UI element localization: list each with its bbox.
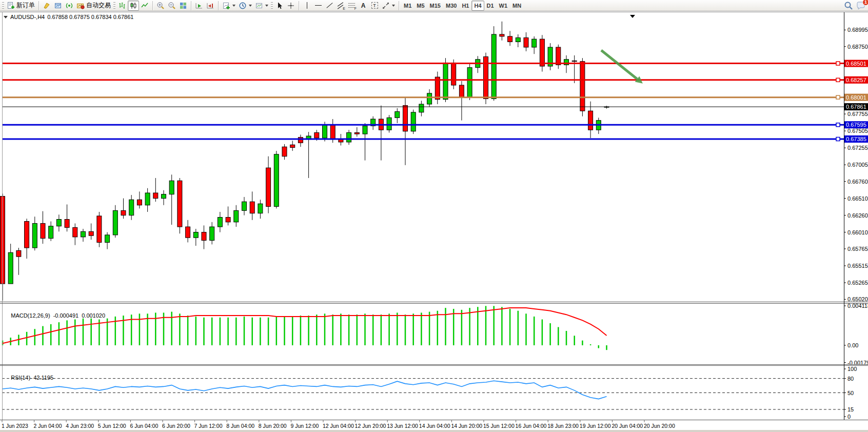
date-axis-label: 13 Jun 12:00 [387, 423, 418, 429]
bear-candle [25, 221, 29, 248]
line-handle[interactable] [836, 95, 840, 99]
trendline-icon [326, 3, 332, 8]
timeframe-h1-button[interactable]: H1 [459, 1, 471, 11]
window-bottom-edge [0, 430, 868, 432]
line-chart-button[interactable] [139, 1, 150, 11]
macd-histogram-bar [308, 316, 309, 345]
zoom-out-button[interactable] [166, 1, 177, 11]
chat-button[interactable]: 1 [855, 1, 867, 11]
search-button[interactable] [842, 1, 855, 11]
timeframe-w1-button[interactable]: W1 [497, 1, 510, 11]
zoom-in-button[interactable] [155, 1, 166, 11]
date-axis-label: 6 Jun 04:00 [130, 423, 158, 429]
cursor-button[interactable] [274, 1, 285, 11]
chevron-down-icon [265, 5, 268, 7]
arrows-button[interactable] [380, 1, 397, 11]
styler-icon [43, 2, 51, 10]
date-axis-label: 14 Jun 20:00 [451, 423, 482, 429]
new-order-button[interactable]: 新订单 [5, 1, 36, 11]
line-handle[interactable] [836, 138, 840, 141]
timeframe-d1-button[interactable]: D1 [484, 1, 497, 11]
profiles-icon [54, 2, 62, 10]
date-axis-label: 7 Jun 12:00 [194, 423, 223, 429]
bear-candle [153, 193, 158, 199]
bull-candle [56, 220, 61, 226]
cursor-icon [275, 2, 284, 10]
timeframe-label: D1 [487, 3, 494, 9]
timeframe-h4-button[interactable]: H4 [471, 1, 484, 11]
vertical-line-button[interactable] [301, 1, 312, 11]
vertical-line-icon [307, 2, 307, 9]
fibonacci-button[interactable]: F [346, 1, 358, 11]
timeframe-mn-button[interactable]: MN [510, 1, 524, 11]
line-handle[interactable] [836, 62, 840, 65]
styler-button[interactable] [41, 1, 52, 11]
text-button[interactable]: A [358, 1, 369, 11]
signals-button[interactable] [64, 1, 75, 11]
toolbar-grip[interactable] [271, 2, 273, 10]
macd-histogram-bar [324, 313, 326, 345]
timeframe-m15-button[interactable]: M15 [427, 1, 443, 11]
chart-title[interactable]: AUDUSD-,H4 0.67858 0.67875 0.67834 0.678… [4, 14, 133, 20]
candlestick-icon [129, 2, 137, 10]
price-level-badge-label: 0.68001 [846, 94, 866, 101]
indicators-button[interactable] [221, 1, 237, 11]
toolbar-grip[interactable] [113, 2, 115, 10]
bull-candle [274, 154, 279, 207]
autotrading-button[interactable]: 自动交易 [75, 1, 112, 11]
indicators-icon [222, 2, 230, 10]
chart-shift-button[interactable] [205, 1, 216, 11]
tile-windows-button[interactable] [177, 1, 189, 11]
macd-name: MACD(12,26,9) [11, 312, 50, 319]
rsi-axis-label: 15 [847, 406, 854, 413]
separator [191, 1, 191, 10]
macd-histogram-bar [534, 317, 535, 345]
macd-signal-value: 0.001020 [82, 312, 105, 319]
ohlc-values: 0.67858 0.67875 0.67834 0.67861 [47, 14, 133, 20]
text-label-button[interactable]: T [369, 1, 380, 11]
toolbar-grip[interactable] [2, 2, 4, 10]
bull-candle [210, 227, 214, 240]
crosshair-button[interactable] [285, 1, 297, 11]
macd-histogram-bar [477, 307, 479, 345]
date-axis-label: 9 Jun 12:00 [290, 423, 319, 429]
bull-candle [81, 231, 86, 237]
periods-button[interactable] [237, 1, 253, 11]
profiles-button[interactable] [52, 1, 64, 11]
bull-candle [363, 126, 367, 134]
bull-candle [347, 132, 351, 142]
bear-candle [540, 39, 544, 66]
date-axis-label: 8 Jun 20:00 [259, 423, 287, 429]
chevron-down-icon[interactable] [4, 16, 8, 18]
macd-histogram-bar [566, 331, 567, 345]
bear-candle [65, 220, 69, 228]
auto-scroll-button[interactable] [193, 1, 205, 11]
bear-candle [580, 62, 585, 111]
bull-candle [395, 112, 400, 118]
timeframe-m30-button[interactable]: M30 [443, 1, 459, 11]
templates-button[interactable] [253, 1, 270, 11]
macd-histogram-bar [348, 315, 350, 345]
line-handle[interactable] [836, 78, 840, 82]
bear-candle [266, 168, 271, 206]
candlestick-button[interactable] [128, 1, 139, 11]
arrows-icon [382, 2, 390, 10]
new-order-icon [7, 2, 15, 10]
timeframe-m5-button[interactable]: M5 [414, 1, 427, 11]
price-axis-label: 0.67255 [847, 145, 868, 151]
horizontal-line-button[interactable] [312, 1, 324, 11]
chart-canvas[interactable]: 0.685010.682570.680010.678610.675950.673… [0, 11, 868, 432]
rsi-value: 42.1195 [33, 375, 53, 381]
date-axis-label: 14 Jun 04:00 [419, 423, 450, 429]
channel-button[interactable]: E [335, 1, 346, 11]
bar-chart-button[interactable] [116, 1, 128, 11]
separator [218, 1, 219, 10]
trendline-button[interactable] [324, 1, 335, 11]
macd-histogram-bar [509, 309, 511, 345]
timeframe-m1-button[interactable]: M1 [401, 1, 414, 11]
line-handle[interactable] [836, 123, 840, 127]
toolbar: 新订单 自动交易 [0, 0, 868, 11]
date-axis-label: 1 Jun 2023 [2, 423, 28, 429]
price-axis-label: 0.66010 [847, 229, 868, 235]
timeframe-label: M30 [446, 3, 457, 9]
